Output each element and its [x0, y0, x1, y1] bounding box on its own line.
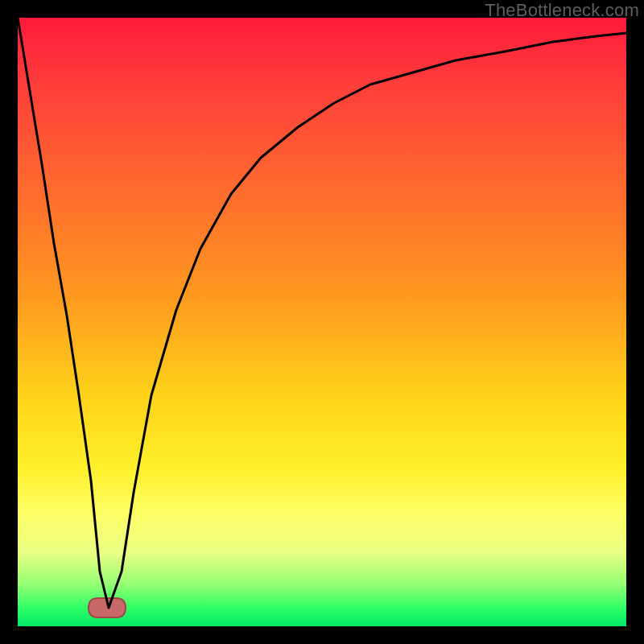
chart-svg — [18, 18, 626, 626]
plot-area — [18, 18, 626, 626]
watermark-text: TheBottleneck.com — [485, 0, 639, 21]
chart-frame: TheBottleneck.com — [0, 0, 644, 644]
bottleneck-curve — [18, 18, 626, 608]
